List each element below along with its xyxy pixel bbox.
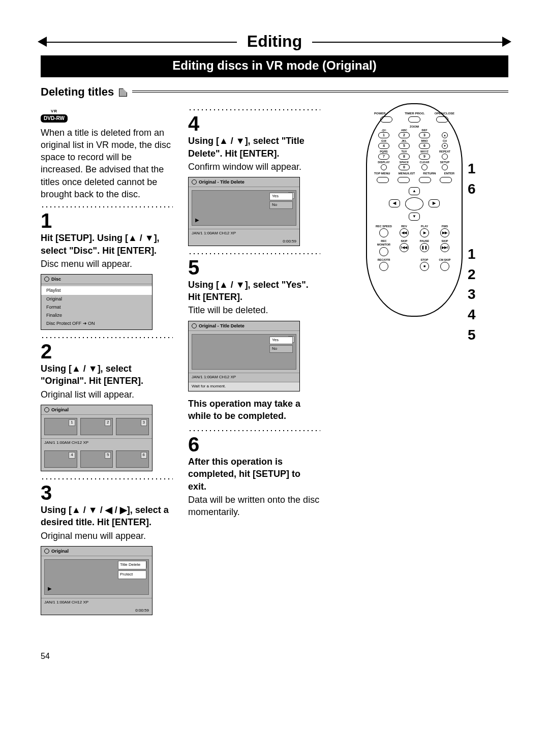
open-close-button[interactable] bbox=[436, 116, 448, 123]
column-middle: 4 Using [▲ / ▼], select "Title Delete". … bbox=[188, 103, 320, 522]
skip-back-button[interactable]: I◀◀ bbox=[400, 243, 409, 252]
power-button[interactable] bbox=[380, 116, 392, 123]
rec-monitor-button[interactable] bbox=[379, 247, 388, 256]
step-4-body: Confirm window will appear. bbox=[188, 161, 320, 173]
step-2-body: Original list will appear. bbox=[41, 388, 173, 401]
ribbon-title: Editing bbox=[237, 31, 312, 52]
rev-button[interactable]: ◀◀ bbox=[400, 228, 409, 237]
d-pad: ▲ ▼ ◀ ▶ bbox=[389, 186, 440, 222]
play-icon: ▶ bbox=[48, 585, 52, 592]
divider-dotted bbox=[188, 107, 320, 112]
step-1-number: 1 bbox=[41, 210, 173, 231]
play-icon: ▶ bbox=[195, 217, 199, 224]
step-3-heading: Using [▲ / ▼ / ◀ / ▶], select a desired … bbox=[41, 504, 173, 529]
osd-original-menu: Original 3 Title Delete Protect ▶ JAN/1 … bbox=[41, 546, 152, 615]
step-5-body: Title will be deleted. bbox=[188, 304, 320, 316]
menu-item: Playlist bbox=[41, 286, 152, 294]
remote-callouts: 1 6 1 2 3 4 5 bbox=[468, 159, 476, 345]
step-2-number: 2 bbox=[41, 341, 173, 361]
rec-speed-button[interactable] bbox=[379, 228, 388, 237]
play-button[interactable]: ▶ bbox=[420, 228, 429, 237]
step-4-number: 4 bbox=[188, 113, 320, 134]
rec-otr-button[interactable] bbox=[379, 262, 388, 271]
step-3-body: Original menu will appear. bbox=[41, 530, 173, 542]
step-5-number: 5 bbox=[188, 257, 320, 278]
return-button[interactable] bbox=[419, 177, 431, 183]
key-5[interactable]: 5 bbox=[399, 143, 410, 149]
divider-dotted bbox=[188, 251, 320, 256]
pause-button[interactable]: ❚❚ bbox=[420, 243, 429, 252]
key-4[interactable]: 4 bbox=[378, 143, 389, 149]
section-heading-row: Deleting titles bbox=[41, 84, 508, 100]
menu-item: Format bbox=[41, 303, 152, 311]
osd-disc-menu: Disc Playlist Original Format Finalize D… bbox=[41, 274, 152, 330]
repeat-button[interactable] bbox=[442, 154, 448, 160]
ch-down-button[interactable]: ▼ bbox=[442, 143, 448, 149]
page-number: 54 bbox=[41, 651, 508, 662]
divider-dotted bbox=[188, 428, 320, 433]
column-left: VR DVD-RW When a title is deleted from a… bbox=[41, 103, 173, 620]
osd-title-delete-confirm: Original - Title Delete 3 Yes No ▶ JAN/1… bbox=[188, 177, 300, 246]
document-icon bbox=[119, 88, 127, 97]
intro-paragraph: When a title is deleted from an original… bbox=[41, 127, 173, 201]
key-2[interactable]: 2 bbox=[399, 132, 410, 138]
timer-prog-button[interactable] bbox=[408, 116, 420, 123]
step-1-heading: Hit [SETUP]. Using [▲ / ▼], select "Disc… bbox=[41, 232, 173, 257]
arrow-left-button[interactable]: ◀ bbox=[389, 199, 400, 207]
arrow-right-button[interactable]: ▶ bbox=[429, 199, 440, 207]
section-heading: Deleting titles bbox=[41, 84, 114, 100]
top-menu-button[interactable] bbox=[377, 177, 389, 183]
key-0[interactable]: 0 bbox=[399, 164, 410, 170]
ch-up-button[interactable]: ▲ bbox=[442, 132, 448, 138]
step-6-number: 6 bbox=[188, 434, 320, 455]
step-5-heading: Using [▲ / ▼], select "Yes". Hit [ENTER]… bbox=[188, 279, 320, 304]
arrow-down-button[interactable]: ▼ bbox=[409, 213, 420, 221]
menu-list-button[interactable] bbox=[398, 177, 410, 183]
key-9[interactable]: 9 bbox=[419, 154, 430, 160]
step-6-heading: After this operation is completed, hit [… bbox=[188, 456, 320, 493]
osd-title-delete-wait: Original - Title Delete 3 Yes No JAN/1 1… bbox=[188, 321, 300, 391]
step-2-heading: Using [▲ / ▼], select "Original". Hit [E… bbox=[41, 362, 173, 387]
menu-item: Disc Protect OFF ➔ ON bbox=[41, 319, 152, 327]
arrow-up-button[interactable]: ▲ bbox=[409, 187, 420, 195]
page-ribbon: Editing bbox=[41, 31, 508, 52]
remote-control: POWER TIMER PROG. OPEN/CLOSE ZOOM .@/:1 … bbox=[366, 103, 463, 317]
operation-note: This operation may take a while to be co… bbox=[188, 398, 320, 422]
clear-button[interactable] bbox=[421, 164, 428, 170]
column-remote: POWER TIMER PROG. OPEN/CLOSE ZOOM .@/:1 … bbox=[366, 103, 508, 345]
divider-dotted bbox=[41, 204, 173, 209]
key-3[interactable]: 3 bbox=[419, 132, 430, 138]
step-1-body: Disc menu will appear. bbox=[41, 258, 173, 270]
enter-button[interactable] bbox=[405, 197, 423, 210]
divider-dotted bbox=[41, 476, 173, 481]
key-8[interactable]: 8 bbox=[399, 154, 410, 160]
key-7[interactable]: 7 bbox=[378, 154, 389, 160]
fwd-button[interactable]: ▶▶ bbox=[440, 228, 449, 237]
display-button[interactable] bbox=[381, 164, 387, 170]
setup-button[interactable] bbox=[442, 164, 448, 170]
step-4-heading: Using [▲ / ▼], select "Title Delete". Hi… bbox=[188, 135, 320, 160]
key-6[interactable]: 6 bbox=[419, 143, 430, 149]
divider-dotted bbox=[41, 335, 173, 340]
menu-item: Finalize bbox=[41, 311, 152, 319]
menu-item: Original bbox=[41, 295, 152, 303]
dvdrw-badge: VR DVD-RW bbox=[41, 109, 68, 122]
step-3-number: 3 bbox=[41, 482, 173, 503]
stop-button[interactable]: ■ bbox=[420, 262, 429, 271]
step-6-body: Data will be written onto the disc momen… bbox=[188, 494, 320, 519]
osd-original-list: Original 1 2 3 JAN/1 1:00AM CH12 XP 4 5 … bbox=[41, 405, 152, 471]
cm-skip-button[interactable] bbox=[440, 262, 449, 271]
enter-oval-button[interactable] bbox=[440, 177, 452, 183]
key-1[interactable]: 1 bbox=[378, 132, 389, 138]
section-black-bar: Editing discs in VR mode (Original) bbox=[41, 55, 508, 77]
skip-fwd-button[interactable]: ▶▶I bbox=[440, 243, 449, 252]
